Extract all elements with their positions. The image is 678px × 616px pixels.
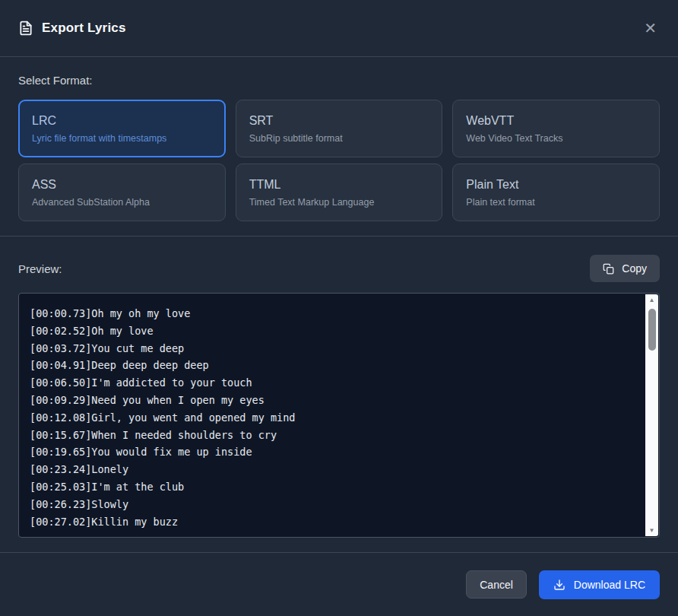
format-card-srt[interactable]: SRT SubRip subtitle format (236, 100, 443, 157)
download-lrc-button[interactable]: Download LRC (539, 570, 660, 599)
format-name: Plain Text (466, 178, 646, 192)
download-button-label: Download LRC (574, 579, 645, 591)
format-description: Timed Text Markup Language (249, 197, 429, 208)
close-button[interactable]: ✕ (641, 17, 660, 39)
cancel-button[interactable]: Cancel (466, 570, 527, 599)
dialog-footer: Cancel Download LRC (0, 552, 678, 616)
format-name: SRT (249, 114, 429, 128)
format-name: LRC (32, 114, 212, 128)
format-description: Plain text format (466, 197, 646, 208)
format-grid: LRC Lyric file format with timestamps SR… (18, 100, 660, 221)
format-card-ass[interactable]: ASS Advanced SubStation Alpha (18, 164, 226, 221)
scrollbar-thumb[interactable] (648, 309, 656, 351)
format-description: Web Video Text Tracks (466, 133, 646, 144)
preview-header: Preview: Copy (18, 255, 660, 282)
download-icon (553, 579, 566, 591)
format-card-webvtt[interactable]: WebVTT Web Video Text Tracks (452, 100, 660, 157)
preview-section: Preview: Copy [00:00.73]Oh my oh my love… (0, 236, 678, 552)
export-lyrics-dialog: Export Lyrics ✕ Select Format: LRC Lyric… (0, 0, 678, 616)
copy-button-label: Copy (622, 262, 647, 275)
format-description: Lyric file format with timestamps (32, 133, 212, 144)
format-description: SubRip subtitle format (249, 133, 429, 144)
format-name: WebVTT (466, 114, 646, 128)
format-name: ASS (32, 178, 212, 192)
preview-scrollbar[interactable]: ▲ ▼ (645, 294, 658, 536)
format-card-plain-text[interactable]: Plain Text Plain text format (452, 164, 660, 221)
format-name: TTML (249, 178, 429, 192)
lyrics-preview-text[interactable]: [00:00.73]Oh my oh my love [00:02.52]Oh … (19, 294, 659, 537)
format-card-ttml[interactable]: TTML Timed Text Markup Language (236, 164, 443, 221)
format-description: Advanced SubStation Alpha (32, 197, 212, 208)
format-card-lrc[interactable]: LRC Lyric file format with timestamps (18, 100, 226, 157)
select-format-label: Select Format: (18, 74, 660, 87)
dialog-title-group: Export Lyrics (18, 21, 126, 36)
scroll-down-arrow-icon[interactable]: ▼ (645, 525, 658, 536)
file-text-icon (18, 21, 33, 36)
lyrics-preview-box[interactable]: [00:00.73]Oh my oh my love [00:02.52]Oh … (18, 293, 660, 538)
format-section: Select Format: LRC Lyric file format wit… (0, 57, 678, 236)
scroll-up-arrow-icon[interactable]: ▲ (645, 294, 658, 306)
dialog-header: Export Lyrics ✕ (0, 0, 678, 57)
preview-label: Preview: (18, 262, 62, 275)
dialog-title: Export Lyrics (42, 21, 126, 36)
copy-button[interactable]: Copy (590, 255, 660, 282)
copy-icon (603, 263, 614, 275)
